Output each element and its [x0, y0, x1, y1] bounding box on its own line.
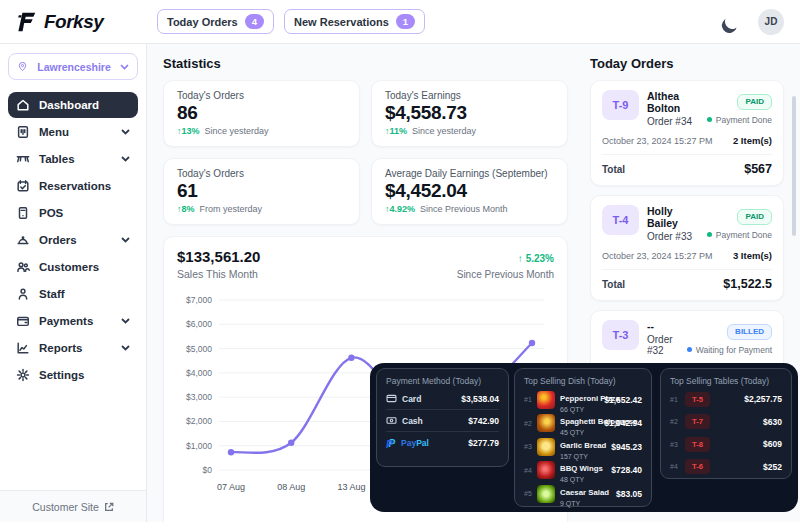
dish-row: #3 Garlic Bread157 QTY $945.23 — [524, 435, 642, 459]
stats-grid: Today's Orders 86 ↑13%Since yesterday To… — [163, 80, 568, 225]
delta-up: ↑11% — [385, 126, 407, 136]
today-orders-title: Today Orders — [590, 56, 784, 71]
status-dot — [707, 232, 712, 237]
stat-card-todays-earnings: Today's Earnings $4,558.73 ↑11%Since yes… — [371, 80, 568, 147]
order-number: Order #33 — [647, 231, 699, 242]
forksy-logo-icon — [16, 11, 38, 33]
status-dot — [687, 347, 692, 352]
table-badge: T-6 — [685, 459, 710, 474]
chevron-down-icon — [121, 318, 130, 324]
svg-text:$2,000: $2,000 — [186, 416, 212, 426]
orders-scrollbar[interactable] — [792, 96, 796, 236]
sidebar-nav: Dashboard Menu Tables Reservations POS — [0, 92, 146, 388]
payment-row-card: Card $3,538.04 — [386, 388, 499, 410]
pos-terminal-icon — [16, 206, 30, 220]
order-card[interactable]: T-9 Althea Bolton Order #34 PAID Payment… — [590, 80, 784, 186]
order-card[interactable]: T-4 Holly Bailey Order #33 PAID Payment … — [590, 195, 784, 301]
svg-text:$5,000: $5,000 — [186, 344, 212, 354]
page-title: Statistics — [163, 56, 568, 71]
order-number: Order #34 — [647, 116, 699, 127]
order-number: Order #32 — [647, 334, 679, 356]
customer-name: Holly Bailey — [647, 205, 699, 229]
delta-up: ↑4.92% — [385, 204, 415, 214]
today-orders-button[interactable]: Today Orders 4 — [157, 9, 274, 34]
user-avatar[interactable]: JD — [758, 9, 784, 35]
sales-month-subtitle: Sales This Month — [177, 268, 260, 280]
order-items-count: 3 Item(s) — [733, 250, 772, 261]
svg-text:$1,000: $1,000 — [186, 441, 212, 451]
new-reservations-button[interactable]: New Reservations 1 — [284, 9, 425, 34]
chevron-down-icon — [120, 64, 129, 70]
sales-month-total: $133,561.20 — [177, 248, 260, 265]
table-row: #3 T-8 $609 — [670, 433, 782, 456]
pepperoni-pizza-image — [537, 391, 555, 409]
cash-icon — [386, 415, 397, 426]
sidebar-item-pos[interactable]: POS — [8, 200, 138, 226]
staff-person-icon — [16, 287, 30, 301]
status-dot — [707, 117, 712, 122]
order-total: $1,522.5 — [723, 277, 772, 291]
svg-text:$4,000: $4,000 — [186, 368, 212, 378]
forksy-logo[interactable]: Forksy — [0, 11, 147, 33]
customer-name: Althea Bolton — [647, 90, 699, 114]
menu-card-icon — [16, 125, 30, 139]
location-pin-icon — [17, 61, 28, 72]
cloche-icon — [16, 233, 30, 247]
sales-delta-note: Since Previous Month — [457, 269, 554, 280]
stat-card-average-daily-earnings: Average Daily Earnings (September) $4,45… — [371, 158, 568, 225]
spaghetti-bolognese-image — [537, 414, 555, 432]
table-badge: T-4 — [602, 205, 639, 235]
svg-text:07 Aug: 07 Aug — [217, 482, 245, 492]
order-total: $567 — [744, 162, 772, 176]
order-items-count: 2 Item(s) — [733, 135, 772, 146]
calendar-check-icon — [16, 179, 30, 193]
chevron-down-icon — [121, 237, 130, 243]
sidebar-item-customers[interactable]: Customers — [8, 254, 138, 280]
sidebar-item-payments[interactable]: Payments — [8, 308, 138, 334]
sidebar-item-staff[interactable]: Staff — [8, 281, 138, 307]
sidebar-item-orders[interactable]: Orders — [8, 227, 138, 253]
logo-text: Forksy — [44, 11, 103, 33]
svg-text:08 Aug: 08 Aug — [277, 482, 305, 492]
order-date: October 23, 2024 15:27 PM — [602, 136, 713, 146]
svg-text:$7,000: $7,000 — [186, 295, 212, 305]
status-badge: BILLED — [727, 324, 772, 340]
new-reservations-count-badge: 1 — [396, 14, 415, 29]
sidebar-item-reports[interactable]: Reports — [8, 335, 138, 361]
order-date: October 23, 2024 15:27 PM — [602, 251, 713, 261]
customer-site-link[interactable]: Customer Site — [0, 490, 147, 522]
table-icon — [16, 152, 30, 166]
table-row: #2 T-7 $630 — [670, 411, 782, 434]
gear-icon — [16, 368, 30, 382]
location-label: Lawrenceshire — [34, 61, 114, 73]
credit-card-icon — [386, 393, 397, 404]
sidebar-item-tables[interactable]: Tables — [8, 146, 138, 172]
location-selector[interactable]: Lawrenceshire — [8, 53, 138, 80]
caesar-salad-image — [537, 485, 555, 503]
delta-up: ↑8% — [177, 204, 195, 214]
table-badge: T-5 — [685, 392, 710, 407]
summary-overlay-backdrop: Payment Method (Today) Card $3,538.04 Ca… — [370, 363, 798, 512]
top-header: Forksy Today Orders 4 New Reservations 1… — [0, 0, 800, 44]
customers-icon — [16, 260, 30, 274]
sales-delta: ↑ 5.23% — [518, 253, 554, 264]
garlic-bread-image — [537, 438, 555, 456]
total-label: Total — [602, 164, 625, 175]
table-row: #4 T-6 $252 — [670, 456, 782, 479]
delta-up: ↑13% — [177, 126, 200, 136]
dashboard-page: Forksy Today Orders 4 New Reservations 1… — [0, 0, 800, 522]
sidebar-item-menu[interactable]: Menu — [8, 119, 138, 145]
sidebar: Lawrenceshire Dashboard Menu Tables — [0, 44, 147, 490]
stat-card-todays-orders: Today's Orders 86 ↑13%Since yesterday — [163, 80, 360, 147]
reports-chart-icon — [16, 341, 30, 355]
table-badge: T-9 — [602, 90, 639, 120]
customer-name: -- — [647, 320, 679, 332]
dish-row: #5 Caesar Salad9 QTY $83.05 — [524, 482, 642, 506]
payment-row-paypal: PP PayPal $277.79 — [386, 432, 499, 454]
sidebar-item-dashboard[interactable]: Dashboard — [8, 92, 138, 118]
sidebar-item-settings[interactable]: Settings — [8, 362, 138, 388]
sidebar-item-reservations[interactable]: Reservations — [8, 173, 138, 199]
new-reservations-label: New Reservations — [294, 16, 389, 28]
dish-row: #4 BBQ Wings48 QTY $728.40 — [524, 459, 642, 483]
dark-mode-toggle-icon[interactable] — [723, 12, 741, 30]
